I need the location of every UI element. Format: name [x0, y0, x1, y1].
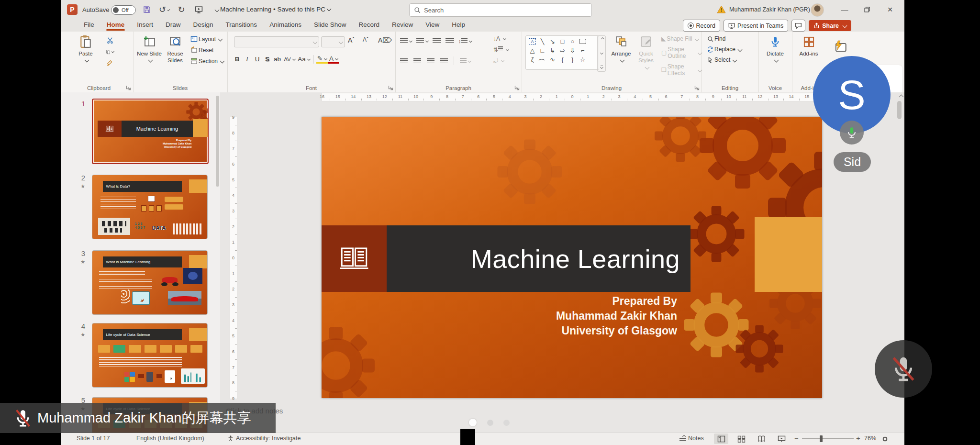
character-spacing-button[interactable]: AV [282, 56, 297, 62]
shape-arc-icon[interactable]: ( [538, 55, 547, 65]
font-color-button[interactable]: A [328, 55, 339, 64]
dictate-button[interactable]: Dictate [763, 34, 788, 62]
justify-icon[interactable] [440, 58, 448, 64]
shape-elbow-icon[interactable]: ∟ [537, 46, 547, 55]
font-name-combobox[interactable] [234, 36, 319, 47]
thumbnail-slide-3[interactable]: What is Machine Learning [92, 250, 208, 315]
addins-button[interactable]: Add-ins [796, 34, 821, 57]
layout-button[interactable]: Layout [190, 35, 224, 43]
shape-textbox-icon[interactable]: A [527, 37, 537, 46]
present-in-teams-button[interactable]: Present in Teams [724, 20, 788, 32]
zoom-out-button[interactable]: − [794, 434, 799, 442]
thumbnail-scrollbar[interactable] [216, 96, 219, 187]
shape-triangle-icon[interactable]: △ [527, 46, 537, 55]
minimize-button[interactable]: — [834, 0, 855, 19]
columns-button[interactable] [460, 56, 471, 65]
pagination-dot-active[interactable] [469, 419, 477, 426]
undo-button[interactable]: ↺ [159, 4, 169, 15]
italic-button[interactable]: I [242, 56, 252, 63]
shape-effects-button[interactable]: ❏Shape Effects [661, 63, 702, 77]
decrease-font-size-button[interactable]: Aˇ [363, 36, 368, 43]
tab-draw[interactable]: Draw [159, 19, 187, 31]
shape-arrow-icon[interactable]: ↘ [547, 37, 557, 46]
numbering-button[interactable] [416, 36, 428, 45]
close-button[interactable]: × [880, 0, 901, 19]
format-painter-button[interactable] [106, 59, 114, 67]
tab-animations[interactable]: Animations [263, 19, 308, 31]
tab-view[interactable]: View [419, 19, 445, 31]
shape-star-icon[interactable]: ☆ [578, 55, 588, 64]
tab-design[interactable]: Design [187, 19, 220, 31]
shape-gallery[interactable]: A ╲ ↘ □ ○ △ ∟ ↳ ⇨ ⇩ ⌐ [525, 35, 599, 70]
warning-icon[interactable]: ! [717, 5, 726, 13]
find-button[interactable]: Find [707, 35, 742, 42]
redo-button[interactable]: ↻ [176, 4, 187, 15]
align-right-icon[interactable] [427, 58, 434, 64]
autosave-toggle[interactable]: Off [111, 5, 136, 15]
select-button[interactable]: Select [707, 56, 742, 63]
paste-button[interactable]: Paste [73, 34, 98, 62]
designer-icon[interactable] [833, 40, 847, 55]
strikethrough-button[interactable]: ab [272, 56, 282, 63]
tab-review[interactable]: Review [386, 19, 419, 31]
shape-right-brace-icon[interactable]: } [568, 55, 578, 64]
increase-font-size-button[interactable]: Aˆ [348, 36, 355, 44]
bullets-button[interactable] [400, 36, 412, 45]
tab-help[interactable]: Help [445, 19, 471, 31]
paragraph-dialog-launcher[interactable] [514, 85, 520, 90]
convert-smartart-button[interactable]: ⤾ [493, 57, 509, 64]
scrollbar-thumb[interactable] [897, 101, 902, 119]
powerpoint-app-icon[interactable]: P [67, 4, 78, 15]
shape-line-icon[interactable]: ╲ [537, 37, 547, 46]
shape-oval-icon[interactable]: ○ [568, 37, 578, 46]
shape-right-arrow-icon[interactable]: ⇨ [557, 46, 568, 55]
reuse-slides-button[interactable]: Reuse Slides [163, 34, 188, 64]
underline-button[interactable]: U [252, 56, 262, 63]
zoom-slider-track[interactable] [802, 438, 854, 439]
scroll-up-icon[interactable] [899, 95, 904, 100]
new-slide-button[interactable]: New Slide [137, 34, 162, 62]
zoom-in-button[interactable]: + [856, 434, 860, 442]
normal-view-button[interactable] [714, 434, 728, 444]
tab-insert[interactable]: Insert [131, 19, 159, 31]
copy-button[interactable] [106, 48, 114, 55]
line-spacing-button[interactable]: ↕ [458, 36, 472, 45]
participant-name-pill[interactable]: Sid [834, 152, 871, 172]
decrease-indent-button[interactable] [433, 36, 441, 45]
shape-down-arrow-icon[interactable]: ⇩ [568, 46, 578, 55]
clipboard-dialog-launcher[interactable] [126, 85, 131, 90]
reset-button[interactable]: Reset [190, 46, 224, 54]
shape-outline-button[interactable]: ▢Shape Outline [661, 46, 702, 59]
slide-sorter-view-button[interactable] [734, 434, 748, 444]
pagination-dot[interactable] [487, 420, 493, 426]
slide-title-banner[interactable]: Machine Learning [387, 225, 690, 292]
text-highlight-button[interactable]: ✎ [316, 55, 328, 64]
shape-corner-icon[interactable]: ⌐ [578, 46, 588, 55]
slide-show-button[interactable] [774, 434, 789, 444]
align-text-button[interactable]: ⇅ [493, 46, 509, 53]
v-ruler[interactable]: 9876543210123456789 [230, 117, 238, 399]
record-button[interactable]: Record [683, 20, 720, 32]
align-left-icon[interactable] [400, 58, 408, 64]
h-ruler[interactable]: 1615141312111098765432101234567891011121… [322, 93, 823, 101]
text-direction-button[interactable]: ↓A [493, 35, 509, 42]
slide-subtitle[interactable]: Prepared By Muhammad Zakir Khan Universi… [556, 294, 677, 338]
font-dialog-launcher[interactable] [388, 85, 393, 90]
drawing-dialog-launcher[interactable] [694, 85, 700, 90]
quick-styles-button[interactable]: Quick Styles [634, 34, 658, 69]
shape-left-brace-icon[interactable]: { [557, 55, 568, 64]
shape-rounded-rectangle-icon[interactable] [578, 37, 588, 46]
align-center-icon[interactable] [413, 58, 421, 64]
thumbnail-slide-2[interactable]: What is Data? [92, 175, 208, 239]
shape-rectangle-icon[interactable]: □ [557, 37, 568, 46]
save-button[interactable] [142, 4, 152, 15]
customize-qat-chevron-icon[interactable] [211, 4, 221, 15]
tab-file[interactable]: File [78, 19, 100, 31]
increase-indent-button[interactable] [445, 36, 454, 45]
maximize-button[interactable] [857, 0, 878, 19]
clear-formatting-button[interactable]: A⌦ [378, 36, 392, 44]
change-case-button[interactable]: Aa [297, 56, 311, 63]
tab-home[interactable]: Home [100, 19, 131, 31]
tab-record[interactable]: Record [352, 19, 386, 31]
zoom-slider-thumb[interactable] [820, 435, 823, 442]
